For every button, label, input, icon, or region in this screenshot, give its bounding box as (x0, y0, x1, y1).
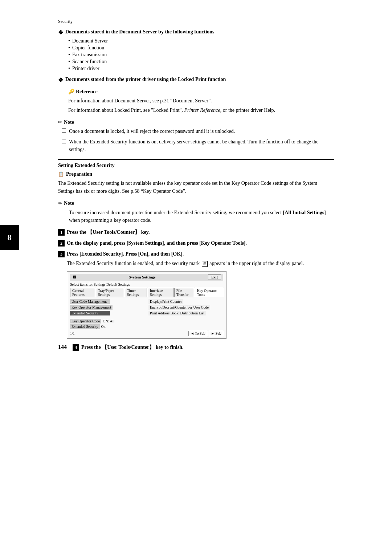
chapter-number: 8 (8, 233, 12, 242)
note-icon-2: ✏ (58, 200, 62, 207)
sys-row-encrypt: Encrypt/Decrypt/Counter per User Code (148, 305, 223, 310)
reference-line-1: For information about Document Server, s… (68, 97, 334, 105)
sys-bottom-label-1: Key Operator Code (70, 319, 101, 323)
list-item: Scanner function (68, 59, 334, 65)
note-item-2: When the Extended Security function is o… (62, 138, 334, 153)
sys-tab-keyop[interactable]: Key Operator Tools (195, 288, 223, 297)
sys-title-label: System Settings (129, 275, 156, 279)
sys-label-key-op: Key Operator Management (70, 305, 113, 310)
step-3-body: The Extended Security function is enable… (67, 260, 334, 268)
step-2-number: 2 (58, 240, 65, 247)
sys-tab-interface[interactable]: Interface Settings (148, 288, 173, 297)
list-item: Printer driver (68, 66, 334, 72)
step-1-block: 1 Press the 【User Tools/Counter】 key. (58, 229, 334, 236)
reference-heading: 🔑 Reference (68, 89, 334, 95)
sys-bottom-val-2: On (101, 325, 106, 329)
note-checkbox-2 (62, 139, 66, 143)
page-header: Security (58, 19, 334, 26)
sys-nav-bar: 1/1 ◄ To Sel. ► Sel. (70, 331, 223, 336)
sys-row-display: Display/Print Counter (148, 299, 223, 304)
step-3-number: 3 (58, 251, 65, 257)
note-heading-1: ✏ Note (58, 119, 334, 125)
sys-row-print-addr: Print Address Book: Distribution List (148, 311, 223, 315)
step-4-number: 4 (73, 344, 79, 351)
chapter-tab: 8 (0, 225, 19, 250)
sys-nav-next[interactable]: ► Sel. (209, 331, 223, 336)
sys-label-user-code: User Code Management (70, 299, 110, 304)
sys-nav-buttons: ◄ To Sel. ► Sel. (188, 331, 223, 336)
page-number-step4-row: 144 4 Press the 【User Tools/Counter】 key… (58, 344, 334, 351)
step-1-number: 1 (58, 229, 65, 236)
header-label: Security (58, 19, 73, 24)
note-checkbox-1 (62, 129, 66, 133)
sys-col-left: User Code Management Key Operator Manage… (70, 299, 145, 317)
step-1-text: Press the 【User Tools/Counter】 key. (67, 229, 150, 236)
reference-line-2: For information about Locked Print, see … (68, 106, 334, 114)
locked-print-heading: ❖ Documents stored from the printer driv… (58, 77, 334, 83)
list-item: Document Server (68, 38, 334, 44)
reference-icon: 🔑 (68, 89, 74, 95)
sys-value-print-addr: Print Address Book: Distribution List (148, 311, 206, 315)
sys-bottom-row-1: Key Operator Code ON: All (70, 319, 223, 323)
doc-server-list: Document Server Copier function Fax tran… (68, 38, 334, 72)
system-settings-screenshot: 🖥 System Settings Exit Select items for … (67, 271, 226, 339)
sys-content-rows: User Code Management Key Operator Manage… (70, 299, 223, 317)
note-item-1: Once a document is locked, it will rejec… (62, 127, 334, 135)
section-divider (58, 159, 334, 160)
reference-block: 🔑 Reference For information about Docume… (68, 89, 334, 114)
preparation-body: The Extended Security setting is not ava… (58, 179, 334, 195)
sys-nav-prev[interactable]: ◄ To Sel. (188, 331, 207, 336)
sys-label-ext-sec: Extended Security (70, 311, 110, 315)
sys-tabs: General Features Tray/Paper Settings Tim… (70, 288, 223, 297)
note-icon-1: ✏ (58, 119, 62, 125)
sys-page-indicator: 1/1 (70, 331, 75, 335)
sys-col-right: Display/Print Counter Encrypt/Decrypt/Co… (148, 299, 223, 317)
section-bar: Setting Extended Security (58, 163, 334, 168)
note-block-1: ✏ Note Once a document is locked, it wil… (58, 119, 334, 153)
page-number: 144 (58, 344, 67, 350)
note2-item-1: To ensure increased document protection … (62, 209, 334, 224)
main-content: ❖ Documents stored in the Document Serve… (58, 29, 334, 351)
sys-title-bar: 🖥 System Settings Exit (70, 274, 223, 281)
sys-tab-general[interactable]: General Features (70, 288, 95, 297)
sys-row-key-op: Key Operator Management (70, 305, 145, 310)
step-4-text: Press the 【User Tools/Counter】 key to fi… (81, 344, 183, 351)
diamond-icon-1: ❖ (58, 29, 63, 36)
sys-tab-tray[interactable]: Tray/Paper Settings (96, 288, 124, 297)
sys-tab-file[interactable]: File Transfer (174, 288, 194, 297)
prep-icon: 📋 (58, 171, 64, 177)
sys-bottom-row-2: Extended Security On (70, 324, 223, 329)
note2-checkbox-1 (62, 210, 66, 214)
sys-bottom-label-2: Extended Security (70, 324, 100, 329)
step-3-text: Press [Extended Security]. Press [On], a… (67, 251, 184, 257)
sys-value-display: Display/Print Counter (148, 299, 183, 304)
sys-bottom-val-1: ON: All (103, 319, 114, 323)
step-3-line: 3 Press [Extended Security]. Press [On],… (58, 251, 334, 257)
sys-row-ext-sec: Extended Security (70, 311, 145, 315)
sys-value-encrypt: Encrypt/Decrypt/Counter per User Code (148, 305, 210, 310)
step-2-block: 2 On the display panel, press [System Se… (58, 240, 334, 247)
sys-bottom-section: Key Operator Code ON: All Extended Secur… (70, 319, 223, 329)
list-item: Copier function (68, 45, 334, 51)
security-mark-icon: ⊞ (202, 261, 208, 267)
step-2-text: On the display panel, press [System Sett… (67, 240, 247, 246)
diamond-icon-2: ❖ (58, 77, 63, 83)
note-heading-2: ✏ Note (58, 200, 334, 207)
step-1-line: 1 Press the 【User Tools/Counter】 key. (58, 229, 334, 236)
sys-tab-timer[interactable]: Timer Settings (125, 288, 147, 297)
sys-row-user-code: User Code Management (70, 299, 145, 304)
doc-server-heading: ❖ Documents stored in the Document Serve… (58, 29, 334, 36)
step-3-block: 3 Press [Extended Security]. Press [On],… (58, 251, 334, 339)
page: Security 8 ❖ Documents stored in the Doc… (0, 0, 392, 554)
step-4-block: 4 Press the 【User Tools/Counter】 key to … (73, 344, 183, 351)
preparation-heading: 📋 Preparation (58, 171, 334, 177)
sys-subtitle: Select items for Settings Default Settin… (70, 282, 223, 286)
sys-title-icon: 🖥 (72, 275, 76, 279)
sys-exit-btn[interactable]: Exit (208, 274, 221, 280)
step-2-line: 2 On the display panel, press [System Se… (58, 240, 334, 247)
list-item: Fax transmission (68, 52, 334, 58)
note-block-2: ✏ Note To ensure increased document prot… (58, 200, 334, 224)
